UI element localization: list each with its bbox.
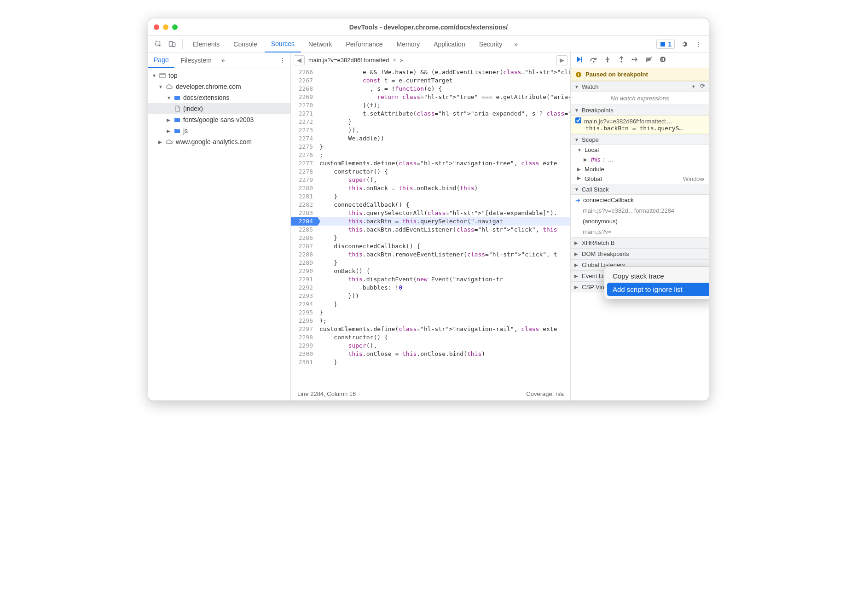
code-line[interactable]: 2301 } bbox=[291, 358, 570, 366]
section-watch[interactable]: ▼Watch ＋ ⟳ bbox=[571, 81, 709, 92]
code-line[interactable]: 2298 constructor() { bbox=[291, 333, 570, 342]
code-line[interactable]: 2300 this.onClose = this.onClose.bind(th… bbox=[291, 350, 570, 358]
line-number[interactable]: 2275 bbox=[291, 143, 318, 151]
tree-folder-fonts[interactable]: ▶ fonts/google-sans-v2003 bbox=[148, 114, 290, 125]
line-number[interactable]: 2280 bbox=[291, 184, 318, 192]
section-xhr[interactable]: ▶XHR/fetch B bbox=[571, 237, 709, 248]
line-number[interactable]: 2283 bbox=[291, 209, 318, 217]
step-into-icon[interactable] bbox=[603, 56, 612, 64]
code-line[interactable]: 2296); bbox=[291, 317, 570, 325]
scope-this[interactable]: ▶this: … bbox=[571, 155, 709, 164]
line-number[interactable]: 2300 bbox=[291, 350, 318, 358]
code-line[interactable]: 2270 }(t); bbox=[291, 101, 570, 110]
line-number[interactable]: 2270 bbox=[291, 101, 318, 110]
more-tabs-icon[interactable]: » bbox=[510, 38, 522, 51]
add-watch-icon[interactable]: ＋ bbox=[690, 82, 696, 91]
tree-folder-docs[interactable]: ▼ docs/extensions bbox=[148, 92, 290, 103]
kebab-icon[interactable]: ⋮ bbox=[692, 38, 705, 51]
navigator-kebab-icon[interactable]: ⋮ bbox=[277, 57, 289, 64]
code-line[interactable]: 2271 t.setAttribute(class="hl-str">"aria… bbox=[291, 110, 570, 118]
code-line[interactable]: 2286 } bbox=[291, 234, 570, 242]
section-callstack[interactable]: ▼Call Stack bbox=[571, 184, 709, 195]
code-line[interactable]: 2290 onBack() { bbox=[291, 267, 570, 275]
line-number[interactable]: 2293 bbox=[291, 292, 318, 300]
tab-elements[interactable]: Elements bbox=[186, 36, 226, 52]
code-line[interactable]: 2275} bbox=[291, 143, 570, 151]
navigator-tab-filesystem[interactable]: Filesystem bbox=[175, 52, 217, 68]
code-line[interactable]: 2284 this.backBtn = this.querySelector("… bbox=[291, 217, 570, 226]
line-number[interactable]: 2267 bbox=[291, 76, 318, 85]
tree-folder-js[interactable]: ▶ js bbox=[148, 125, 290, 136]
step-over-icon[interactable] bbox=[589, 56, 598, 64]
code-line[interactable]: 2268 , s = !function(e) { bbox=[291, 85, 570, 93]
line-number[interactable]: 2274 bbox=[291, 134, 318, 143]
line-number[interactable]: 2282 bbox=[291, 201, 318, 209]
code-line[interactable]: 2283 this.querySelectorAll(class="hl-str… bbox=[291, 209, 570, 217]
code-line[interactable]: 2291 this.dispatchEvent(new Event("navig… bbox=[291, 275, 570, 284]
code-line[interactable]: 2267 const t = e.currentTarget bbox=[291, 76, 570, 85]
line-number[interactable]: 2269 bbox=[291, 93, 318, 101]
line-number[interactable]: 2279 bbox=[291, 176, 318, 184]
code-line[interactable]: 2273 )), bbox=[291, 126, 570, 134]
code-line[interactable]: 2293 })) bbox=[291, 292, 570, 300]
code-line[interactable]: 2269 return class="hl-str">"true" === e.… bbox=[291, 93, 570, 101]
line-number[interactable]: 2266 bbox=[291, 68, 318, 76]
code-line[interactable]: 2274 We.add(e)) bbox=[291, 134, 570, 143]
tree-top[interactable]: ▼ top bbox=[148, 70, 290, 81]
tab-application[interactable]: Application bbox=[427, 36, 472, 52]
navigator-tab-page[interactable]: Page bbox=[148, 52, 174, 68]
deactivate-breakpoints-icon[interactable] bbox=[644, 56, 654, 64]
code-area[interactable]: 2266 e && !We.has(e) && (e.addEventListe… bbox=[291, 68, 570, 387]
scope-local[interactable]: ▼Local bbox=[571, 145, 709, 155]
tab-security[interactable]: Security bbox=[473, 36, 509, 52]
breakpoint-checkbox[interactable] bbox=[575, 117, 581, 123]
line-number[interactable]: 2288 bbox=[291, 250, 318, 259]
code-line[interactable]: 2299 super(), bbox=[291, 342, 570, 350]
line-number[interactable]: 2271 bbox=[291, 110, 318, 118]
line-number[interactable]: 2292 bbox=[291, 284, 318, 292]
line-number[interactable]: 2268 bbox=[291, 85, 318, 93]
pause-exceptions-icon[interactable] bbox=[658, 56, 667, 64]
code-line[interactable]: 2288 this.backBtn.removeEventListener(cl… bbox=[291, 250, 570, 259]
tree-file-index[interactable]: (index) bbox=[148, 103, 290, 114]
tree-origin-chrome[interactable]: ▼ developer.chrome.com bbox=[148, 81, 290, 92]
code-line[interactable]: 2279 super(), bbox=[291, 176, 570, 184]
line-number[interactable]: 2294 bbox=[291, 300, 318, 308]
line-number[interactable]: 2272 bbox=[291, 118, 318, 126]
tab-performance[interactable]: Performance bbox=[339, 36, 389, 52]
line-number[interactable]: 2284 bbox=[291, 217, 318, 226]
editor-history-back-icon[interactable]: ◀ bbox=[294, 55, 305, 65]
line-number[interactable]: 2285 bbox=[291, 226, 318, 234]
line-number[interactable]: 2290 bbox=[291, 267, 318, 275]
line-number[interactable]: 2301 bbox=[291, 358, 318, 366]
code-line[interactable]: 2294 } bbox=[291, 300, 570, 308]
line-number[interactable]: 2298 bbox=[291, 333, 318, 342]
close-tab-icon[interactable]: × bbox=[393, 57, 396, 64]
stack-frame-current[interactable]: ➔ connectedCallback bbox=[571, 195, 709, 205]
code-line[interactable]: 2295} bbox=[291, 308, 570, 317]
code-line[interactable]: 2282 connectedCallback() { bbox=[291, 201, 570, 209]
navigator-more-icon[interactable]: » bbox=[218, 57, 228, 64]
refresh-watch-icon[interactable]: ⟳ bbox=[700, 82, 705, 91]
tab-memory[interactable]: Memory bbox=[390, 36, 427, 52]
line-number[interactable]: 2297 bbox=[291, 325, 318, 333]
code-line[interactable]: 2278 constructor() { bbox=[291, 168, 570, 176]
code-line[interactable]: 2281 } bbox=[291, 192, 570, 201]
line-number[interactable]: 2286 bbox=[291, 234, 318, 242]
editor-more-tabs-icon[interactable]: » bbox=[400, 57, 403, 64]
line-number[interactable]: 2296 bbox=[291, 317, 318, 325]
code-line[interactable]: 2266 e && !We.has(e) && (e.addEventListe… bbox=[291, 68, 570, 76]
code-line[interactable]: 2280 this.onBack = this.onBack.bind(this… bbox=[291, 184, 570, 192]
line-number[interactable]: 2287 bbox=[291, 242, 318, 250]
scope-module[interactable]: ▶Module bbox=[571, 164, 709, 174]
code-line[interactable]: 2289 } bbox=[291, 259, 570, 267]
step-icon[interactable] bbox=[631, 56, 640, 64]
code-line[interactable]: 2292 bubbles: !0 bbox=[291, 284, 570, 292]
code-line[interactable]: 2276; bbox=[291, 151, 570, 159]
line-number[interactable]: 2277 bbox=[291, 159, 318, 168]
editor-file-tab[interactable]: main.js?v=e382d86f:formatted × bbox=[308, 57, 396, 64]
line-number[interactable]: 2281 bbox=[291, 192, 318, 201]
section-scope[interactable]: ▼Scope bbox=[571, 134, 709, 145]
line-number[interactable]: 2295 bbox=[291, 308, 318, 317]
breakpoint-item[interactable]: main.js?v=e382d86f:formatted:… this.back… bbox=[571, 116, 709, 134]
